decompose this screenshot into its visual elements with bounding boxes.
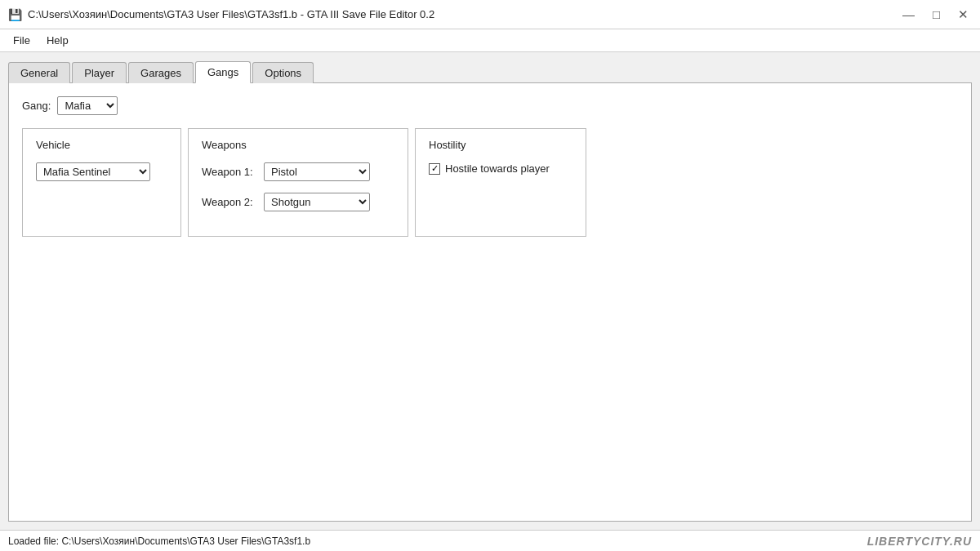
status-text: Loaded file: C:\Users\Хозяин\Documents\G… — [8, 535, 310, 547]
title-bar-left: 💾 C:\Users\Хозяин\Documents\GTA3 User Fi… — [8, 8, 434, 21]
maximize-button[interactable]: □ — [929, 8, 943, 20]
hostility-section: Hostility ✓ Hostile towards player — [415, 128, 586, 237]
menu-bar: File Help — [0, 29, 980, 52]
weapon1-select[interactable]: Pistol Shotgun AK-47 Uzi Fist — [264, 162, 370, 181]
vehicle-select[interactable]: Mafia Sentinel Sentinel Kuruma Cheetah — [36, 162, 150, 181]
vehicle-section: Vehicle Mafia Sentinel Sentinel Kuruma C… — [22, 128, 181, 237]
sections-row: Vehicle Mafia Sentinel Sentinel Kuruma C… — [22, 128, 958, 237]
tab-general[interactable]: General — [8, 62, 70, 83]
tab-player[interactable]: Player — [72, 62, 127, 83]
title-bar: 💾 C:\Users\Хозяин\Documents\GTA3 User Fi… — [0, 0, 980, 29]
main-area: General Player Garages Gangs Options Gan… — [0, 52, 980, 530]
gang-select[interactable]: Mafia Triads Diablos Yakuza Hoods Cartel — [57, 96, 118, 115]
menu-help[interactable]: Help — [40, 32, 75, 49]
gang-label: Gang: — [22, 100, 51, 112]
hostility-section-title: Hostility — [429, 139, 572, 151]
close-button[interactable]: ✕ — [955, 8, 972, 20]
hostile-checkbox-row[interactable]: ✓ Hostile towards player — [429, 162, 572, 175]
weapon1-label: Weapon 1: — [202, 166, 257, 178]
hostile-label: Hostile towards player — [445, 162, 550, 175]
weapon2-select[interactable]: Shotgun Pistol AK-47 Uzi Fist — [264, 193, 370, 211]
status-bar: Loaded file: C:\Users\Хозяин\Documents\G… — [0, 530, 980, 551]
weapon2-row: Weapon 2: Shotgun Pistol AK-47 Uzi Fist — [202, 193, 394, 211]
vehicle-section-title: Vehicle — [36, 139, 167, 151]
title-bar-controls: — □ ✕ — [899, 8, 972, 20]
weapons-section: Weapons Weapon 1: Pistol Shotgun AK-47 U… — [188, 128, 408, 237]
window-title: C:\Users\Хозяин\Documents\GTA3 User File… — [28, 8, 434, 20]
tab-options[interactable]: Options — [252, 62, 314, 83]
weapons-section-title: Weapons — [202, 139, 394, 151]
tab-gangs[interactable]: Gangs — [195, 61, 251, 83]
tabs-container: General Player Garages Gangs Options — [8, 60, 972, 83]
gangs-panel: Gang: Mafia Triads Diablos Yakuza Hoods … — [8, 83, 972, 522]
tab-garages[interactable]: Garages — [128, 62, 194, 83]
app-icon: 💾 — [8, 8, 21, 21]
hostile-checkbox[interactable]: ✓ — [429, 163, 440, 175]
weapon2-label: Weapon 2: — [202, 196, 257, 208]
libertycity-logo: LIBERTYCITY.RU — [867, 535, 972, 548]
gang-row: Gang: Mafia Triads Diablos Yakuza Hoods … — [22, 96, 958, 115]
weapon1-row: Weapon 1: Pistol Shotgun AK-47 Uzi Fist — [202, 162, 394, 181]
minimize-button[interactable]: — — [899, 8, 918, 20]
menu-file[interactable]: File — [7, 32, 37, 49]
